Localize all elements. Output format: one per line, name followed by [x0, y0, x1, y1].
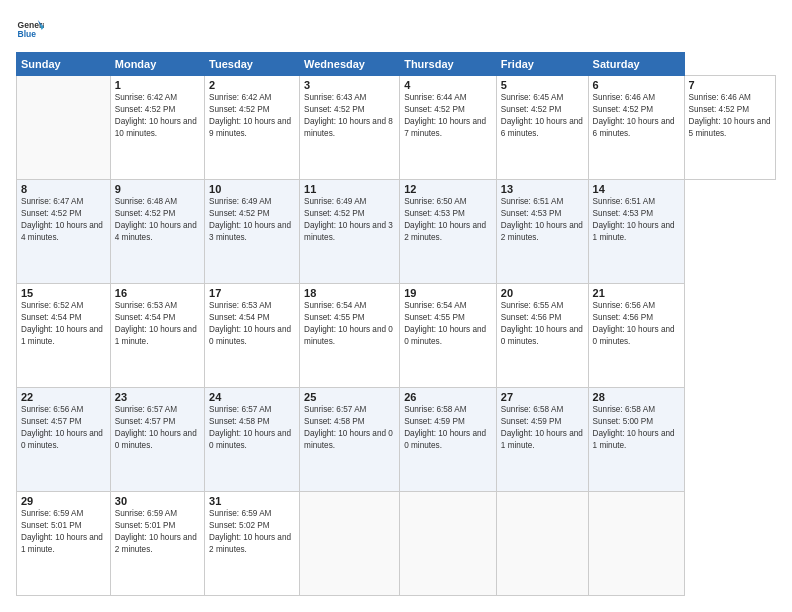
- calendar-cell: [300, 492, 400, 596]
- day-number: 27: [501, 391, 584, 403]
- day-number: 19: [404, 287, 492, 299]
- calendar-cell: 29Sunrise: 6:59 AMSunset: 5:01 PMDayligh…: [17, 492, 111, 596]
- day-number: 6: [593, 79, 680, 91]
- calendar-cell: 13Sunrise: 6:51 AMSunset: 4:53 PMDayligh…: [496, 180, 588, 284]
- day-number: 14: [593, 183, 680, 195]
- calendar-cell: 20Sunrise: 6:55 AMSunset: 4:56 PMDayligh…: [496, 284, 588, 388]
- calendar-cell: 5Sunrise: 6:45 AMSunset: 4:52 PMDaylight…: [496, 76, 588, 180]
- day-info: Sunrise: 6:58 AMSunset: 5:00 PMDaylight:…: [593, 405, 675, 450]
- calendar-cell: [588, 492, 684, 596]
- day-info: Sunrise: 6:56 AMSunset: 4:56 PMDaylight:…: [593, 301, 675, 346]
- day-info: Sunrise: 6:55 AMSunset: 4:56 PMDaylight:…: [501, 301, 583, 346]
- day-number: 10: [209, 183, 295, 195]
- day-info: Sunrise: 6:42 AMSunset: 4:52 PMDaylight:…: [209, 93, 291, 138]
- day-number: 21: [593, 287, 680, 299]
- col-header-wednesday: Wednesday: [300, 53, 400, 76]
- calendar-cell: [17, 76, 111, 180]
- day-number: 30: [115, 495, 200, 507]
- calendar-cell: 26Sunrise: 6:58 AMSunset: 4:59 PMDayligh…: [400, 388, 497, 492]
- day-info: Sunrise: 6:58 AMSunset: 4:59 PMDaylight:…: [404, 405, 486, 450]
- calendar-cell: 28Sunrise: 6:58 AMSunset: 5:00 PMDayligh…: [588, 388, 684, 492]
- day-number: 28: [593, 391, 680, 403]
- day-number: 9: [115, 183, 200, 195]
- day-info: Sunrise: 6:49 AMSunset: 4:52 PMDaylight:…: [304, 197, 393, 242]
- calendar-cell: 16Sunrise: 6:53 AMSunset: 4:54 PMDayligh…: [110, 284, 204, 388]
- day-number: 22: [21, 391, 106, 403]
- day-info: Sunrise: 6:51 AMSunset: 4:53 PMDaylight:…: [501, 197, 583, 242]
- day-info: Sunrise: 6:48 AMSunset: 4:52 PMDaylight:…: [115, 197, 197, 242]
- day-info: Sunrise: 6:59 AMSunset: 5:01 PMDaylight:…: [115, 509, 197, 554]
- day-info: Sunrise: 6:45 AMSunset: 4:52 PMDaylight:…: [501, 93, 583, 138]
- calendar-cell: 23Sunrise: 6:57 AMSunset: 4:57 PMDayligh…: [110, 388, 204, 492]
- calendar-cell: 11Sunrise: 6:49 AMSunset: 4:52 PMDayligh…: [300, 180, 400, 284]
- day-number: 1: [115, 79, 200, 91]
- day-info: Sunrise: 6:53 AMSunset: 4:54 PMDaylight:…: [115, 301, 197, 346]
- col-header-sunday: Sunday: [17, 53, 111, 76]
- calendar-cell: 22Sunrise: 6:56 AMSunset: 4:57 PMDayligh…: [17, 388, 111, 492]
- calendar-cell: 12Sunrise: 6:50 AMSunset: 4:53 PMDayligh…: [400, 180, 497, 284]
- logo-icon: General Blue: [16, 16, 44, 44]
- calendar-cell: 10Sunrise: 6:49 AMSunset: 4:52 PMDayligh…: [205, 180, 300, 284]
- day-number: 13: [501, 183, 584, 195]
- logo: General Blue: [16, 16, 46, 44]
- calendar-cell: [400, 492, 497, 596]
- day-info: Sunrise: 6:57 AMSunset: 4:58 PMDaylight:…: [209, 405, 291, 450]
- day-info: Sunrise: 6:58 AMSunset: 4:59 PMDaylight:…: [501, 405, 583, 450]
- day-number: 26: [404, 391, 492, 403]
- day-info: Sunrise: 6:53 AMSunset: 4:54 PMDaylight:…: [209, 301, 291, 346]
- calendar-cell: 30Sunrise: 6:59 AMSunset: 5:01 PMDayligh…: [110, 492, 204, 596]
- day-info: Sunrise: 6:54 AMSunset: 4:55 PMDaylight:…: [404, 301, 486, 346]
- calendar-cell: 2Sunrise: 6:42 AMSunset: 4:52 PMDaylight…: [205, 76, 300, 180]
- calendar-cell: 21Sunrise: 6:56 AMSunset: 4:56 PMDayligh…: [588, 284, 684, 388]
- day-info: Sunrise: 6:47 AMSunset: 4:52 PMDaylight:…: [21, 197, 103, 242]
- day-number: 7: [689, 79, 771, 91]
- calendar-cell: 8Sunrise: 6:47 AMSunset: 4:52 PMDaylight…: [17, 180, 111, 284]
- day-info: Sunrise: 6:59 AMSunset: 5:01 PMDaylight:…: [21, 509, 103, 554]
- calendar-cell: 6Sunrise: 6:46 AMSunset: 4:52 PMDaylight…: [588, 76, 684, 180]
- calendar-cell: 7Sunrise: 6:46 AMSunset: 4:52 PMDaylight…: [684, 76, 775, 180]
- calendar-cell: 14Sunrise: 6:51 AMSunset: 4:53 PMDayligh…: [588, 180, 684, 284]
- calendar-cell: [496, 492, 588, 596]
- calendar-cell: 19Sunrise: 6:54 AMSunset: 4:55 PMDayligh…: [400, 284, 497, 388]
- col-header-friday: Friday: [496, 53, 588, 76]
- day-info: Sunrise: 6:54 AMSunset: 4:55 PMDaylight:…: [304, 301, 393, 346]
- day-number: 11: [304, 183, 395, 195]
- day-number: 31: [209, 495, 295, 507]
- day-number: 4: [404, 79, 492, 91]
- day-number: 3: [304, 79, 395, 91]
- calendar-cell: 25Sunrise: 6:57 AMSunset: 4:58 PMDayligh…: [300, 388, 400, 492]
- calendar-cell: 18Sunrise: 6:54 AMSunset: 4:55 PMDayligh…: [300, 284, 400, 388]
- calendar-cell: 1Sunrise: 6:42 AMSunset: 4:52 PMDaylight…: [110, 76, 204, 180]
- calendar-cell: 17Sunrise: 6:53 AMSunset: 4:54 PMDayligh…: [205, 284, 300, 388]
- day-info: Sunrise: 6:57 AMSunset: 4:57 PMDaylight:…: [115, 405, 197, 450]
- day-number: 18: [304, 287, 395, 299]
- page: General Blue SundayMondayTuesdayWednesda…: [0, 0, 792, 612]
- day-info: Sunrise: 6:49 AMSunset: 4:52 PMDaylight:…: [209, 197, 291, 242]
- day-info: Sunrise: 6:52 AMSunset: 4:54 PMDaylight:…: [21, 301, 103, 346]
- day-number: 15: [21, 287, 106, 299]
- calendar-table: SundayMondayTuesdayWednesdayThursdayFrid…: [16, 52, 776, 596]
- calendar-cell: 24Sunrise: 6:57 AMSunset: 4:58 PMDayligh…: [205, 388, 300, 492]
- day-number: 8: [21, 183, 106, 195]
- calendar-cell: 15Sunrise: 6:52 AMSunset: 4:54 PMDayligh…: [17, 284, 111, 388]
- day-info: Sunrise: 6:43 AMSunset: 4:52 PMDaylight:…: [304, 93, 393, 138]
- svg-text:Blue: Blue: [18, 29, 37, 39]
- day-info: Sunrise: 6:42 AMSunset: 4:52 PMDaylight:…: [115, 93, 197, 138]
- day-info: Sunrise: 6:51 AMSunset: 4:53 PMDaylight:…: [593, 197, 675, 242]
- calendar-cell: 9Sunrise: 6:48 AMSunset: 4:52 PMDaylight…: [110, 180, 204, 284]
- col-header-thursday: Thursday: [400, 53, 497, 76]
- calendar-cell: 31Sunrise: 6:59 AMSunset: 5:02 PMDayligh…: [205, 492, 300, 596]
- day-number: 24: [209, 391, 295, 403]
- day-info: Sunrise: 6:56 AMSunset: 4:57 PMDaylight:…: [21, 405, 103, 450]
- day-info: Sunrise: 6:44 AMSunset: 4:52 PMDaylight:…: [404, 93, 486, 138]
- calendar-cell: 27Sunrise: 6:58 AMSunset: 4:59 PMDayligh…: [496, 388, 588, 492]
- calendar-cell: 4Sunrise: 6:44 AMSunset: 4:52 PMDaylight…: [400, 76, 497, 180]
- day-number: 2: [209, 79, 295, 91]
- header: General Blue: [16, 16, 776, 44]
- day-number: 5: [501, 79, 584, 91]
- day-info: Sunrise: 6:57 AMSunset: 4:58 PMDaylight:…: [304, 405, 393, 450]
- day-number: 20: [501, 287, 584, 299]
- day-number: 25: [304, 391, 395, 403]
- day-number: 12: [404, 183, 492, 195]
- day-info: Sunrise: 6:46 AMSunset: 4:52 PMDaylight:…: [689, 93, 771, 138]
